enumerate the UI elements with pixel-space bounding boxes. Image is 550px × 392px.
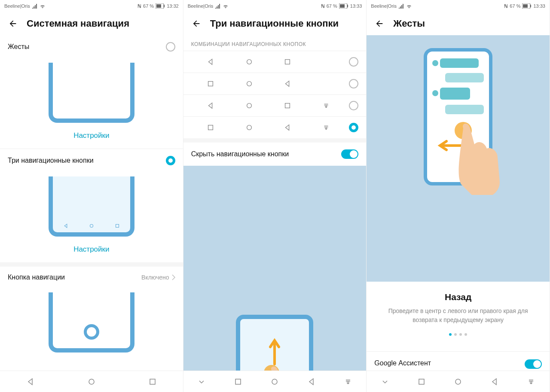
- radio-unselected[interactable]: [349, 101, 358, 110]
- square-icon: [207, 80, 214, 88]
- svg-rect-12: [208, 82, 213, 86]
- circle-icon: [245, 124, 253, 131]
- three-buttons-illustration: [0, 172, 183, 237]
- svg-rect-15: [285, 103, 290, 108]
- battery-icon: [522, 3, 532, 9]
- nav-home-icon[interactable]: [270, 377, 279, 386]
- back-button[interactable]: [191, 18, 202, 29]
- nav-back-icon[interactable]: [490, 377, 499, 386]
- gestures-illustration: [0, 58, 183, 123]
- svg-point-17: [247, 125, 251, 130]
- nav-notification-icon[interactable]: [527, 377, 535, 386]
- section-header: КОМБИНАЦИИ НАВИГАЦИОННЫХ КНОПОК: [183, 35, 367, 51]
- time-label: 13:32: [167, 3, 179, 9]
- settings-link-buttons[interactable]: Настройки: [0, 237, 183, 262]
- svg-rect-11: [285, 60, 290, 64]
- svg-rect-21: [235, 379, 241, 384]
- nav-notification-icon[interactable]: [344, 377, 352, 386]
- nav-recent-icon[interactable]: [148, 377, 157, 386]
- svg-rect-9: [347, 5, 348, 7]
- battery-icon: [339, 3, 348, 9]
- radio-unselected[interactable]: [166, 42, 175, 52]
- triangle-left-icon: [207, 102, 214, 109]
- nav-back-icon[interactable]: [26, 377, 35, 386]
- system-nav-bar: [183, 371, 367, 392]
- dot[interactable]: [464, 333, 467, 336]
- nav-recent-icon[interactable]: [234, 377, 242, 386]
- svg-point-14: [247, 103, 251, 108]
- time-label: 13:33: [350, 3, 362, 9]
- assistant-title: Google Ассистент: [374, 359, 512, 367]
- circle-icon: [245, 80, 253, 88]
- gesture-info-card: Назад Проведите в центр с левого или пра…: [367, 282, 550, 351]
- combo-option-3[interactable]: [183, 95, 367, 116]
- carrier-label: Beeline|Oris: [371, 3, 397, 9]
- combo-option-2[interactable]: [183, 73, 367, 94]
- gesture-title: Назад: [375, 292, 541, 302]
- back-button[interactable]: [8, 18, 18, 29]
- svg-point-10: [247, 60, 251, 64]
- status-bar: Beeline|Oris ℕ 67 % 13:33: [367, 0, 550, 12]
- svg-rect-27: [419, 379, 424, 384]
- dot[interactable]: [459, 333, 462, 336]
- combo-option-1[interactable]: [183, 51, 367, 73]
- nav-recent-icon[interactable]: [417, 377, 426, 386]
- page-title: Системная навигация: [27, 18, 129, 29]
- nav-home-icon[interactable]: [87, 377, 96, 386]
- svg-rect-6: [150, 379, 155, 384]
- system-nav-bar: [0, 371, 183, 392]
- dot-active[interactable]: [449, 333, 452, 336]
- svg-rect-24: [523, 4, 528, 8]
- svg-point-5: [89, 379, 94, 384]
- option-gestures[interactable]: Жесты: [0, 35, 183, 58]
- svg-rect-16: [208, 125, 213, 130]
- option-label: Три навигационные кнопки: [8, 157, 94, 164]
- toggle-on[interactable]: [525, 359, 542, 369]
- circle-icon: [245, 58, 253, 66]
- radio-unselected[interactable]: [349, 79, 358, 88]
- wifi-icon: [40, 3, 46, 9]
- panel-three-buttons: Beeline|Oris ℕ 67 % 13:33 Три навигацион…: [183, 0, 367, 392]
- svg-rect-2: [164, 5, 165, 7]
- panel-system-navigation: Beeline|Oris ℕ 67 % 13:32 Системная нави…: [0, 0, 183, 392]
- nav-hide-icon[interactable]: [197, 377, 206, 386]
- svg-rect-25: [530, 5, 531, 7]
- combo-option-4[interactable]: [183, 117, 367, 138]
- gesture-description: Проведите в центр с левого или правого к…: [375, 307, 541, 325]
- svg-rect-1: [156, 4, 161, 8]
- battery-pct: 67 %: [327, 3, 337, 9]
- battery-icon: [156, 3, 165, 9]
- nav-back-icon[interactable]: [307, 377, 316, 386]
- svg-point-28: [455, 379, 461, 384]
- nav-home-icon[interactable]: [454, 377, 462, 386]
- radio-selected[interactable]: [349, 123, 358, 132]
- status-bar: Beeline|Oris ℕ 67 % 13:33: [183, 0, 367, 12]
- signal-icon: [32, 3, 38, 9]
- circle-icon: [245, 102, 253, 109]
- settings-link-gestures[interactable]: Настройки: [0, 123, 183, 149]
- triangle-left-icon: [207, 58, 214, 66]
- signal-icon: [398, 3, 404, 9]
- system-nav-bar: [367, 371, 550, 392]
- radio-unselected[interactable]: [349, 57, 358, 67]
- back-button[interactable]: [374, 18, 385, 29]
- page-title: Три навигационные кнопки: [210, 18, 339, 29]
- dot[interactable]: [454, 333, 457, 336]
- nav-hide-icon[interactable]: [381, 377, 389, 386]
- home-icon: [89, 223, 95, 229]
- option-nav-button[interactable]: Кнопка навигации Включено: [0, 267, 183, 288]
- svg-rect-4: [116, 225, 119, 228]
- notification-icon: [322, 124, 330, 131]
- hide-buttons-toggle-row[interactable]: Скрыть навигационные кнопки: [183, 143, 367, 166]
- option-three-buttons[interactable]: Три навигационные кнопки: [0, 149, 183, 172]
- header: Три навигационные кнопки: [183, 12, 367, 35]
- triangle-left-icon: [284, 124, 291, 131]
- status-bar: Beeline|Oris ℕ 67 % 13:32: [0, 0, 183, 12]
- pagination-dots: [375, 325, 541, 344]
- header: Системная навигация: [0, 12, 183, 35]
- header: Жесты: [367, 12, 550, 35]
- toggle-on[interactable]: [341, 149, 358, 159]
- radio-selected[interactable]: [166, 156, 175, 165]
- square-icon: [207, 124, 214, 131]
- svg-point-13: [247, 82, 251, 86]
